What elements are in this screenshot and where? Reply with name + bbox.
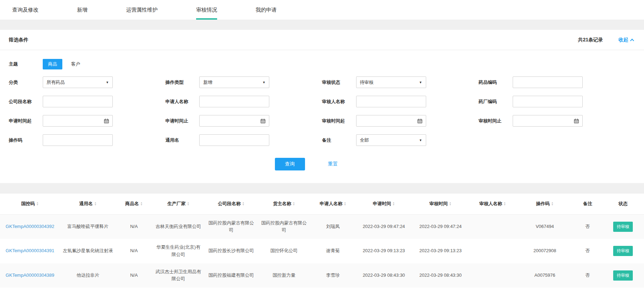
filter-field-applicant-name: 申请人名称 [165,96,322,107]
col-reviewer[interactable]: 审核人名称▲▼ [469,194,517,214]
col-product-name[interactable]: 商品名▲▼ [116,194,152,214]
reviewer-name-input[interactable] [356,96,426,107]
sort-icon: ▲▼ [449,202,451,206]
sort-icon: ▲▼ [292,202,295,206]
cell-applicant: 郭迪 [310,288,355,289]
table-header-row: 国控码▲▼ 通用名▲▼ 商品名▲▼ 生产厂家▲▼ 公司段名称▲▼ 货主名称▲▼ … [0,194,644,214]
col-apply-time[interactable]: 申请时间▲▼ [355,194,412,214]
cell-remark: 否 [573,239,602,263]
filter-label: 分类 [9,79,43,86]
col-generic-name[interactable]: 通用名▲▼ [60,194,116,214]
col-company-segment[interactable]: 公司段名称▲▼ [205,194,258,214]
chevron-down-icon: ▼ [419,81,422,84]
remark-select[interactable]: 全部 ▼ [356,134,426,146]
cell-manufacturer: Pfizer Europe MA EEI [152,288,205,289]
filter-field-category: 分类 所有药品 ▼ [9,76,165,88]
col-national-code[interactable]: 国控码▲▼ [0,194,60,214]
cell-generic-name: 富马酸喹硫平缓释片 [60,214,116,239]
cell-reviewer [469,288,517,289]
review-status-select[interactable]: 待审核 ▼ [356,76,426,88]
filter-label: 备注 [322,137,356,143]
cell-generic-name: 他达拉非片 [60,263,116,288]
cell-remark: 否 [573,263,602,288]
cell-applicant: 谢青菊 [310,239,355,263]
col-review-time[interactable]: 审核时间▲▼ [412,194,469,214]
select-value: 新增 [203,79,212,86]
col-manufacturer[interactable]: 生产厂家▲▼ [152,194,205,214]
tab-label: 运营属性维护 [126,7,158,13]
cell-cargo-owner: 乐仁堂公司总部 [258,288,311,289]
search-button[interactable]: 查询 [275,158,305,170]
operation-code-input[interactable] [43,134,113,146]
results-table-panel: 国控码▲▼ 通用名▲▼ 商品名▲▼ 生产厂家▲▼ 公司段名称▲▼ 货主名称▲▼ … [0,194,644,289]
review-time-start-input[interactable] [356,115,426,127]
cell-generic-name: 左氧氟沙星氯化钠注射液 [60,239,116,263]
top-tab-bar: 查询及修改 新增 运营属性维护 审核情况 我的申请 [0,0,644,20]
cell-company-segment: 国药乐仁堂医药有限公司 [205,288,258,289]
filter-field-factory-code: 药厂编码 [479,96,635,107]
status-badge: 待审核 [613,222,633,232]
tab-my-applications[interactable]: 我的申请 [256,0,277,20]
select-value: 所有药品 [47,79,65,86]
theme-option-product[interactable]: 商品 [43,59,62,69]
chevron-up-icon [630,39,634,42]
tab-query-modify[interactable]: 查询及修改 [12,0,39,20]
filter-label: 审核人名称 [322,99,356,105]
select-value: 全部 [360,137,369,143]
cell-product-name: 任捷 [116,288,152,289]
col-cargo-owner[interactable]: 货主名称▲▼ [258,194,311,214]
drug-code-input[interactable] [513,76,583,88]
sort-icon: ▲▼ [242,202,244,206]
filter-field-review-time-start: 审核时间起 [322,115,479,127]
apply-time-start-input[interactable] [43,115,113,127]
cell-operation-code: V067494 [517,214,573,239]
filter-label: 审核状态 [322,79,356,86]
sort-icon: ▲▼ [504,202,506,206]
theme-option-customer[interactable]: 客户 [66,59,85,69]
col-operation-code[interactable]: 操作码▲▼ [517,194,573,214]
cell-product-name: N/A [116,239,152,263]
apply-time-end-input[interactable] [199,115,269,127]
filter-field-apply-time-start: 申请时间起 [9,115,165,127]
cell-operation-code: A0075976 [517,263,573,288]
cell-reviewer [469,214,517,239]
filter-actions: 查询 重置 [0,148,628,183]
category-select[interactable]: 所有药品 ▼ [43,76,113,88]
tab-operation-attr-maintain[interactable]: 运营属性维护 [126,0,158,20]
cell-cargo-owner: 国控新力量 [258,263,311,288]
sort-icon: ▲▼ [393,202,395,206]
filter-field-operation-code: 操作码 [9,134,165,146]
national-code-link[interactable]: GKTempA00000304389 [6,273,54,278]
collapse-label: 收起 [618,37,628,43]
company-segment-name-input[interactable] [43,96,113,107]
operation-type-select[interactable]: 新增 ▼ [199,76,269,88]
national-code-link[interactable]: GKTempA00000304391 [6,248,54,253]
cell-review-time: 2022-03-29 08:25:51 [412,288,469,289]
filter-label: 通用名 [165,137,199,143]
generic-name-input[interactable] [199,134,269,146]
tab-add[interactable]: 新增 [77,0,88,20]
factory-code-input[interactable] [513,96,583,107]
sort-icon: ▲▼ [344,202,346,206]
national-code-link[interactable]: GKTempA00000304392 [6,224,54,229]
filter-field-review-status: 审核状态 待审核 ▼ [322,76,479,88]
tab-label: 审核情况 [196,7,217,13]
cell-company-segment: 国药控股内蒙古有限公司 [205,214,258,239]
filter-field-remark: 备注 全部 ▼ [322,134,479,146]
cell-review-time: 2022-03-29 09:13:23 [412,239,469,263]
theme-label: 主题 [9,61,43,67]
collapse-toggle[interactable]: 收起 [618,37,633,43]
review-time-end-input[interactable] [513,115,583,127]
cell-operation-code: 200072908 [517,239,573,263]
col-applicant[interactable]: 申请人名称▲▼ [310,194,355,214]
filter-header: 筛选条件 共21条记录 收起 [0,30,644,50]
calendar-icon [104,119,109,123]
tab-review-status[interactable]: 审核情况 [196,0,217,20]
filter-panel: 筛选条件 共21条记录 收起 主题 商品 客户 分类 所有药品 ▼ 操作类型 新… [0,30,644,183]
table-row: GKTempA00000304392 富马酸喹硫平缓释片 N/A 吉林天衡药业有… [0,214,644,239]
reset-button[interactable]: 重置 [328,161,338,167]
cell-remark: 否 [573,288,602,289]
sort-icon: ▲▼ [187,202,189,206]
sort-icon: ▲▼ [140,202,143,206]
applicant-name-input[interactable] [199,96,269,107]
